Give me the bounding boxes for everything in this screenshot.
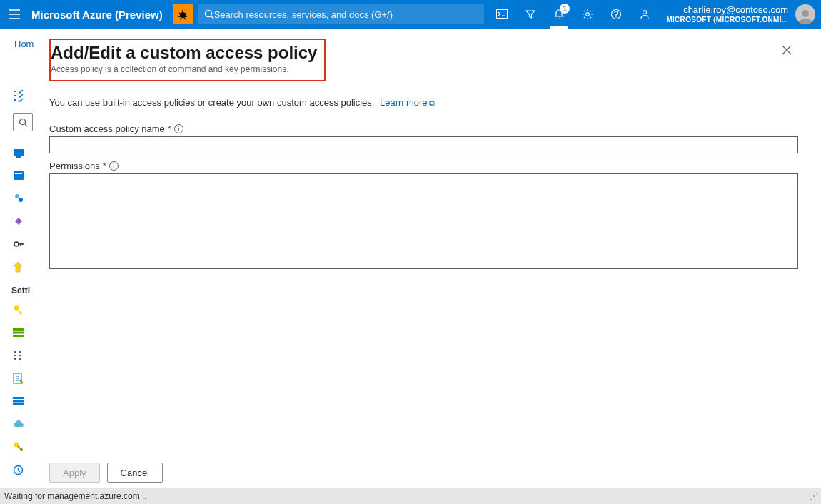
svg-point-3 — [586, 13, 590, 16]
sidebar-item-2[interactable] — [13, 164, 34, 187]
svg-point-6 — [643, 11, 647, 14]
notification-badge: 1 — [560, 4, 570, 14]
external-link-icon: ⧉ — [429, 99, 435, 107]
avatar-icon — [797, 7, 814, 24]
azure-top-bar: Microsoft Azure (Preview) 1 charlie.roy@… — [0, 0, 821, 29]
cloud-shell-button[interactable] — [488, 0, 516, 29]
help-icon — [610, 9, 622, 20]
permissions-label: Permissions* i — [49, 161, 798, 171]
sidebar-item-14[interactable] — [13, 458, 34, 481]
svg-rect-12 — [14, 171, 24, 180]
sidebar-item-5[interactable] — [13, 233, 34, 256]
policy-name-input[interactable] — [49, 136, 798, 153]
global-search-input[interactable] — [214, 9, 478, 20]
feedback-icon — [639, 9, 650, 20]
svg-rect-2 — [497, 10, 508, 19]
resource-sidebar: Setti — [13, 86, 34, 481]
notifications-button[interactable]: 1 — [545, 0, 573, 29]
sidebar-item-12[interactable] — [13, 413, 34, 435]
svg-point-16 — [14, 242, 19, 246]
svg-rect-18 — [13, 328, 24, 331]
svg-point-0 — [180, 12, 186, 18]
sidebar-overview-icon[interactable] — [13, 86, 34, 106]
account-email: charlie.roy@contoso.com — [666, 5, 788, 16]
svg-rect-26 — [13, 400, 24, 403]
help-button[interactable] — [602, 0, 630, 29]
blade-subtitle: Access policy is a collection of command… — [51, 64, 317, 74]
learn-more-link[interactable]: Learn more⧉ — [380, 97, 434, 108]
info-icon[interactable]: i — [174, 124, 183, 133]
svg-point-22 — [19, 355, 21, 357]
sidebar-item-6[interactable] — [13, 256, 34, 278]
sidebar-item-keys[interactable] — [13, 298, 34, 321]
sidebar-item-11[interactable] — [13, 390, 34, 413]
cancel-button[interactable]: Cancel — [107, 463, 163, 483]
status-text: Waiting for management.azure.com... — [4, 491, 147, 501]
sidebar-section-settings: Setti — [11, 286, 34, 296]
svg-point-21 — [19, 351, 21, 353]
svg-point-5 — [616, 16, 618, 18]
sidebar-item-1[interactable] — [13, 141, 34, 164]
breadcrumb: Hom — [14, 39, 34, 49]
directory-filter-button[interactable] — [516, 0, 545, 29]
svg-point-7 — [802, 10, 809, 17]
svg-point-29 — [20, 448, 23, 451]
preview-bug-button[interactable] — [173, 4, 193, 24]
avatar[interactable] — [795, 4, 815, 24]
resize-grip-icon: ⋰ — [810, 491, 817, 501]
permissions-input[interactable] — [49, 173, 798, 269]
account-tenant: MICROSOFT (MICROSOFT.ONMI... — [666, 16, 788, 24]
sidebar-item-8[interactable] — [13, 321, 34, 344]
sidebar-item-access-policies[interactable] — [13, 344, 34, 367]
brand-title[interactable]: Microsoft Azure (Preview) — [29, 9, 173, 21]
sidebar-item-3[interactable] — [13, 187, 34, 210]
settings-button[interactable] — [573, 0, 602, 29]
svg-rect-13 — [15, 173, 22, 174]
filter-icon — [525, 9, 536, 20]
policy-name-label: Custom access policy name* i — [49, 124, 798, 134]
apply-button[interactable]: Apply — [49, 463, 100, 483]
svg-rect-25 — [13, 397, 24, 399]
svg-point-9 — [19, 119, 25, 124]
sidebar-filter[interactable] — [13, 113, 33, 131]
svg-rect-11 — [16, 156, 21, 158]
global-search[interactable] — [198, 4, 484, 24]
blade-lead: You can use built-in access policies or … — [49, 97, 798, 108]
bug-icon — [177, 9, 188, 20]
svg-point-15 — [19, 198, 23, 202]
feedback-button[interactable] — [630, 0, 659, 29]
hamburger-icon — [9, 9, 20, 19]
svg-rect-10 — [14, 149, 24, 156]
svg-rect-19 — [13, 332, 24, 334]
svg-point-8 — [798, 19, 812, 24]
access-policy-blade: Add/Edit a custom access policy Access p… — [35, 29, 812, 488]
close-icon — [782, 45, 792, 55]
sidebar-item-13[interactable] — [13, 435, 34, 458]
account-info[interactable]: charlie.roy@contoso.com MICROSOFT (MICRO… — [659, 5, 791, 24]
svg-point-1 — [205, 11, 211, 17]
svg-rect-27 — [13, 403, 24, 405]
gear-icon — [582, 9, 593, 20]
blade-title: Add/Edit a custom access policy — [51, 43, 317, 63]
svg-point-14 — [15, 194, 19, 198]
sidebar-item-4[interactable] — [13, 210, 34, 233]
blade-close-button[interactable] — [775, 39, 798, 61]
info-icon[interactable]: i — [109, 161, 119, 171]
breadcrumb-home[interactable]: Hom — [14, 39, 34, 49]
sidebar-item-10[interactable] — [13, 367, 34, 390]
browser-status-bar: Waiting for management.azure.com... ⋰ — [0, 488, 821, 504]
svg-rect-20 — [13, 335, 24, 337]
svg-point-23 — [19, 358, 21, 361]
cloud-shell-icon — [496, 9, 508, 19]
search-icon — [204, 9, 214, 19]
hamburger-menu-button[interactable] — [0, 0, 29, 29]
blade-title-highlight: Add/Edit a custom access policy Access p… — [49, 39, 326, 81]
